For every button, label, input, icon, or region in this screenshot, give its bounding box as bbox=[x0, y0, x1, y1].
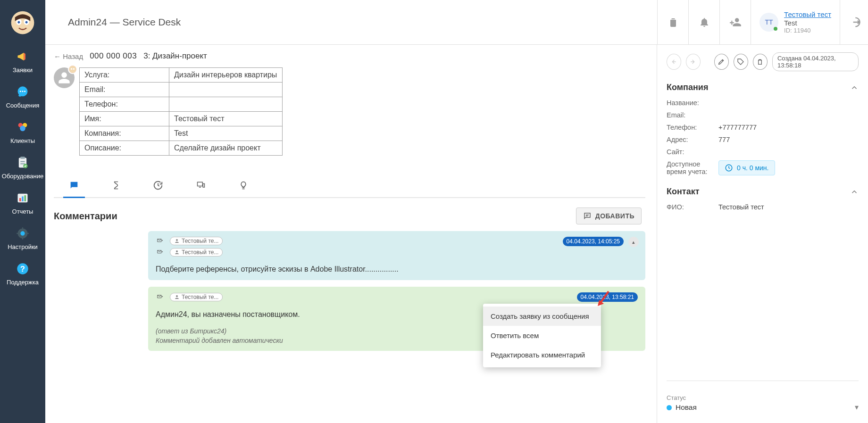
tab-comments[interactable] bbox=[67, 176, 81, 197]
nav-clients[interactable]: Клиенты bbox=[0, 116, 45, 151]
nav-label: Заявки bbox=[13, 66, 33, 74]
app-title: Admin24 — Service Desk bbox=[68, 17, 181, 28]
section-contact-toggle[interactable]: Контакт bbox=[667, 187, 859, 197]
svg-point-20 bbox=[20, 231, 25, 235]
svg-point-11 bbox=[20, 126, 25, 132]
header-user-block[interactable]: ТТ Тестовый тест Test ID: 11940 bbox=[751, 0, 840, 45]
nav-support[interactable]: ? Поддержка bbox=[0, 257, 45, 292]
comment-date-chip: 04.04.2023, 14:05:25 bbox=[563, 237, 624, 246]
gear-icon bbox=[16, 226, 30, 241]
add-user-button[interactable] bbox=[719, 0, 751, 45]
svg-rect-13 bbox=[20, 157, 25, 159]
tab-bar bbox=[54, 176, 645, 198]
menu-edit-comment[interactable]: Редактировать комментарий bbox=[483, 345, 601, 365]
svg-point-6 bbox=[20, 91, 21, 92]
available-time-button[interactable]: 0 ч. 0 мин. bbox=[718, 160, 775, 175]
svg-rect-23 bbox=[17, 233, 19, 234]
svg-point-30 bbox=[176, 239, 178, 241]
trash-icon bbox=[756, 58, 764, 66]
requester-avatar bbox=[54, 67, 75, 88]
details-table: Услуга:Дизайн интерьеров квартиры Email:… bbox=[79, 67, 283, 156]
user-id: ID: 11940 bbox=[784, 27, 831, 34]
nav-equipment[interactable]: Оборудование bbox=[0, 151, 45, 186]
tab-history[interactable] bbox=[151, 176, 165, 197]
chart-icon bbox=[16, 191, 30, 205]
bell-icon bbox=[699, 17, 710, 28]
svg-point-28 bbox=[71, 68, 72, 70]
table-row: Услуга:Дизайн интерьеров квартиры bbox=[80, 68, 283, 83]
nav-label: Оборудование bbox=[2, 173, 43, 180]
nav-settings[interactable]: Настройки bbox=[0, 222, 45, 257]
logout-button[interactable] bbox=[840, 0, 868, 45]
tab-devices[interactable] bbox=[193, 176, 209, 197]
tag-ticket-button[interactable] bbox=[734, 54, 748, 70]
edit-ticket-button[interactable] bbox=[714, 54, 729, 70]
chevron-up-icon bbox=[850, 188, 859, 196]
arrow-right-icon bbox=[689, 58, 697, 66]
back-link[interactable]: ← Назад bbox=[54, 52, 83, 60]
kv-key: Название: bbox=[667, 99, 718, 107]
delete-ticket-button[interactable] bbox=[753, 54, 768, 70]
brand-logo bbox=[0, 0, 45, 45]
nav-reports[interactable]: Отчеты bbox=[0, 186, 45, 222]
kv-val: +777777777 bbox=[718, 124, 757, 131]
status-value: Новая bbox=[676, 403, 697, 412]
svg-point-7 bbox=[22, 91, 23, 92]
help-icon: ? bbox=[16, 262, 30, 276]
delete-button[interactable] bbox=[657, 0, 688, 45]
kv-key: ФИО: bbox=[667, 203, 718, 211]
comment-add-icon bbox=[583, 212, 592, 220]
comment-item: Тестовый те... Тестовый те... 04.04.2023… bbox=[148, 231, 645, 280]
annotation-arrow-icon bbox=[596, 290, 610, 307]
mail-out-icon bbox=[156, 238, 164, 244]
comment-context-menu: Создать заявку из сообщения Ответить все… bbox=[483, 304, 601, 367]
add-comment-label: ДОБАВИТЬ bbox=[595, 212, 634, 220]
section-company-toggle[interactable]: Компания bbox=[667, 83, 859, 92]
nav-tickets[interactable]: Заявки bbox=[0, 45, 45, 80]
table-row: Описание:Сделайте дизайн проект bbox=[80, 141, 283, 156]
person-icon bbox=[174, 249, 180, 255]
add-comment-button[interactable]: ДОБАВИТЬ bbox=[576, 207, 642, 224]
devices-icon bbox=[195, 180, 207, 190]
status-select[interactable]: Статус Новая ▾ bbox=[667, 394, 859, 412]
person-add-icon bbox=[729, 16, 742, 28]
svg-point-8 bbox=[24, 91, 25, 92]
svg-rect-17 bbox=[22, 197, 24, 202]
logout-icon bbox=[848, 16, 861, 29]
section-title: Контакт bbox=[667, 187, 700, 197]
svg-point-31 bbox=[176, 250, 178, 252]
tab-time[interactable] bbox=[109, 176, 123, 197]
comment-user-chip: Тестовый те... bbox=[170, 293, 223, 301]
bulb-icon bbox=[239, 180, 248, 191]
comment-menu-button[interactable]: ▴ bbox=[628, 237, 639, 247]
mail-out-icon bbox=[156, 249, 164, 256]
notifications-button[interactable] bbox=[688, 0, 719, 45]
nav-messages[interactable]: Сообщения bbox=[0, 80, 45, 116]
nav-label: Клиенты bbox=[10, 137, 35, 144]
nav-label: Поддержка bbox=[7, 279, 39, 286]
menu-reply-all[interactable]: Ответить всем bbox=[483, 326, 601, 345]
menu-create-ticket[interactable]: Создать заявку из сообщения bbox=[483, 307, 601, 326]
comment-body: Подберите референсы, отрисуйте эскизы в … bbox=[156, 265, 638, 274]
header: Admin24 — Service Desk ТТ Тестовый тест … bbox=[45, 0, 868, 45]
svg-rect-21 bbox=[22, 227, 23, 230]
clipboard-icon bbox=[16, 156, 30, 170]
next-ticket-button bbox=[686, 54, 701, 70]
user-name-link[interactable]: Тестовый тест bbox=[784, 10, 831, 18]
svg-text:?: ? bbox=[20, 265, 25, 273]
svg-point-29 bbox=[73, 68, 75, 70]
ticket-id: 000 000 003 bbox=[90, 51, 137, 61]
svg-point-32 bbox=[176, 295, 178, 297]
chat-icon bbox=[16, 85, 30, 99]
kv-val: 777 bbox=[718, 136, 730, 143]
trash-icon bbox=[668, 17, 679, 28]
arrow-left-icon bbox=[670, 58, 677, 66]
kv-val: Тестовый тест bbox=[718, 203, 764, 211]
section-title: Компания bbox=[667, 83, 708, 92]
tab-hint[interactable] bbox=[237, 176, 250, 197]
status-label: Статус bbox=[667, 394, 851, 401]
table-row: Телефон: bbox=[80, 97, 283, 112]
svg-point-27 bbox=[69, 66, 76, 73]
user-avatar: ТТ bbox=[760, 13, 778, 32]
nav-label: Отчеты bbox=[12, 208, 33, 215]
